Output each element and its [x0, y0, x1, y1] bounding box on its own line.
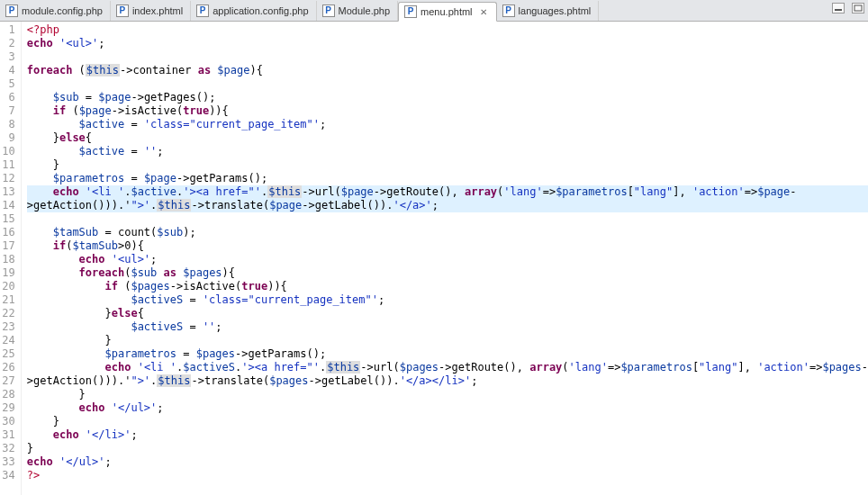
code-line[interactable]: foreach ($this->container as $page){: [27, 64, 868, 77]
line-number: 9: [0, 131, 15, 145]
line-number: 12: [0, 172, 15, 185]
php-file-icon: P: [5, 4, 18, 17]
tab-module-config-php[interactable]: Pmodule.config.php: [0, 1, 111, 21]
code-line[interactable]: if ($pages->isActive(true)){: [27, 280, 868, 293]
line-number: 8: [0, 118, 15, 131]
minimize-button[interactable]: [832, 3, 845, 14]
tab-label: module.config.php: [22, 5, 103, 16]
close-icon[interactable]: ✕: [478, 6, 489, 17]
code-line[interactable]: }else{: [27, 307, 868, 320]
tab-menu-phtml[interactable]: Pmenu.phtml✕: [398, 2, 496, 22]
line-number: 29: [0, 401, 15, 415]
php-file-icon: P: [404, 5, 417, 18]
code-line[interactable]: }: [27, 388, 868, 401]
line-number: 17: [0, 239, 15, 253]
code-line[interactable]: }: [27, 415, 868, 428]
code-line[interactable]: >getAction())).'">'.$this->translate($pa…: [27, 199, 868, 212]
code-line[interactable]: }else{: [27, 131, 868, 145]
editor-window: { "tabs": [ {"label":"module.config.php"…: [0, 0, 868, 495]
line-number: 18: [0, 253, 15, 266]
code-line[interactable]: $active = '';: [27, 145, 868, 158]
line-number: 7: [0, 104, 15, 118]
tab-label: application.config.php: [212, 5, 308, 16]
code-line[interactable]: $parametros = $pages->getParams();: [27, 347, 868, 361]
line-number: 21: [0, 293, 15, 307]
code-editor[interactable]: 1234567891011121314151617181920212223242…: [0, 22, 868, 495]
line-number: 4: [0, 64, 15, 77]
code-line[interactable]: $activeS = '';: [27, 320, 868, 334]
tab-index-phtml[interactable]: Pindex.phtml: [111, 1, 191, 21]
tab-label: menu.phtml: [420, 6, 472, 17]
maximize-button[interactable]: [852, 3, 864, 14]
code-area[interactable]: <?phpecho '<ul>'; foreach ($this->contai…: [22, 22, 868, 495]
code-line[interactable]: $tamSub = count($sub);: [27, 226, 868, 239]
code-line[interactable]: echo '<li '.$active.'><a href="'.$this->…: [27, 185, 868, 199]
code-line[interactable]: }: [27, 334, 868, 347]
code-line[interactable]: [27, 50, 868, 64]
line-number: 6: [0, 91, 15, 104]
code-line[interactable]: if($tamSub>0){: [27, 239, 868, 253]
line-number-gutter: 1234567891011121314151617181920212223242…: [0, 22, 22, 495]
svg-rect-1: [854, 5, 862, 11]
code-line[interactable]: [27, 77, 868, 91]
tab-bar: Pmodule.config.phpPindex.phtmlPapplicati…: [0, 0, 868, 22]
line-number: 26: [0, 361, 15, 374]
line-number: 25: [0, 347, 15, 361]
tab-application-config-php[interactable]: Papplication.config.php: [191, 1, 316, 21]
line-number: 31: [0, 428, 15, 442]
line-number: 20: [0, 280, 15, 293]
line-number: 28: [0, 388, 15, 401]
line-number: 13: [0, 185, 15, 199]
code-line[interactable]: [27, 212, 868, 226]
code-line[interactable]: >getAction())).'">'.$this->translate($pa…: [27, 374, 868, 388]
line-number: 11: [0, 158, 15, 172]
code-line[interactable]: echo '</li>';: [27, 428, 868, 442]
code-line[interactable]: $active = 'class="current_page_item"';: [27, 118, 868, 131]
tab-languages-phtml[interactable]: Planguages.phtml: [497, 1, 600, 21]
line-number: 19: [0, 266, 15, 280]
code-line[interactable]: echo '<ul>';: [27, 37, 868, 50]
line-number: 34: [0, 469, 15, 482]
php-file-icon: P: [116, 4, 129, 17]
line-number: 24: [0, 334, 15, 347]
line-number: 16: [0, 226, 15, 239]
tab-label: languages.phtml: [519, 5, 592, 16]
svg-rect-0: [835, 9, 842, 11]
window-buttons: [832, 3, 864, 14]
php-file-icon: P: [196, 4, 209, 17]
code-line[interactable]: foreach($sub as $pages){: [27, 266, 868, 280]
code-line[interactable]: ?>: [27, 469, 868, 482]
code-line[interactable]: }: [27, 442, 868, 455]
line-number: 3: [0, 50, 15, 64]
code-line[interactable]: echo '<li '.$activeS.'><a href="'.$this-…: [27, 361, 868, 374]
line-number: 32: [0, 442, 15, 455]
line-number: 10: [0, 145, 15, 158]
code-line[interactable]: $parametros = $page->getParams();: [27, 172, 868, 185]
tab-label: Module.php: [339, 5, 391, 16]
line-number: 23: [0, 320, 15, 334]
line-number: 33: [0, 455, 15, 469]
code-line[interactable]: }: [27, 158, 868, 172]
tab-Module-php[interactable]: PModule.php: [317, 1, 399, 21]
line-number: 14: [0, 199, 15, 212]
line-number: 2: [0, 37, 15, 50]
line-number: 1: [0, 23, 15, 37]
line-number: 15: [0, 212, 15, 226]
line-number: 5: [0, 77, 15, 91]
line-number: 22: [0, 307, 15, 320]
code-line[interactable]: echo '</ul>';: [27, 401, 868, 415]
php-file-icon: P: [502, 4, 515, 17]
code-line[interactable]: $activeS = 'class="current_page_item"';: [27, 293, 868, 307]
code-line[interactable]: <?php: [27, 23, 868, 37]
code-line[interactable]: if ($page->isActive(true)){: [27, 104, 868, 118]
code-line[interactable]: echo '<ul>';: [27, 253, 868, 266]
line-number: 27: [0, 374, 15, 388]
code-line[interactable]: $sub = $page->getPages();: [27, 91, 868, 104]
tab-label: index.phtml: [132, 5, 183, 16]
code-line[interactable]: echo '</ul>';: [27, 455, 868, 469]
php-file-icon: P: [322, 4, 335, 17]
line-number: 30: [0, 415, 15, 428]
